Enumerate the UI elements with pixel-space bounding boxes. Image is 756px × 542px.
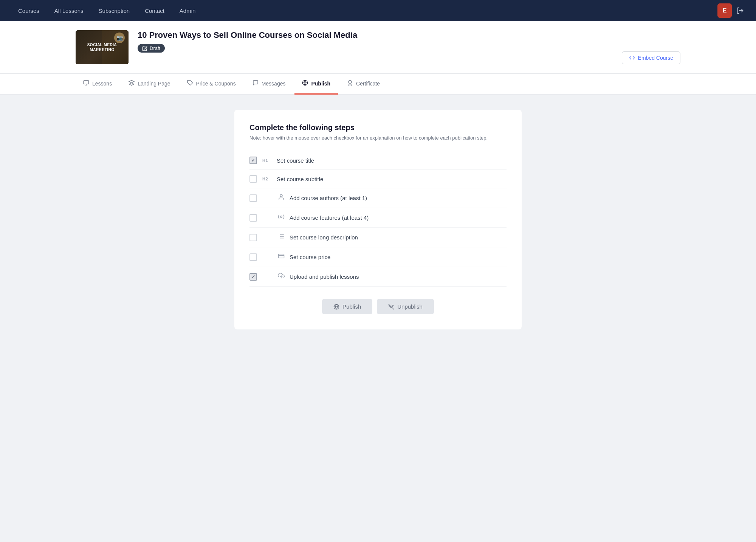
checkbox-upload[interactable]: [249, 273, 257, 281]
draft-label: Draft: [150, 45, 160, 51]
step-description-content: Set course long description: [262, 233, 507, 242]
step-price-content: Set course price: [262, 253, 507, 261]
svg-point-8: [280, 194, 282, 197]
unpublish-icon: [388, 304, 394, 310]
checkbox-description[interactable]: [249, 234, 257, 241]
nav-right: E: [717, 3, 744, 18]
tabs-bar: Lessons Landing Page Price & Coupons Mes…: [0, 74, 756, 95]
logout-button[interactable]: [736, 7, 744, 14]
svg-point-7: [349, 80, 352, 83]
step-subtitle: H2 Set course subtitle: [249, 170, 507, 188]
step-price-label: Set course price: [290, 254, 330, 260]
steps-note: Note: hover with the mouse over each che…: [249, 135, 507, 141]
publish-button[interactable]: Publish: [322, 299, 372, 314]
tab-messages[interactable]: Messages: [245, 74, 293, 95]
course-thumbnail: SOCIAL MEDIA MARKETING 📷: [76, 30, 129, 64]
person-icon: [277, 194, 286, 202]
unpublish-button[interactable]: Unpublish: [377, 299, 434, 314]
nav-courses[interactable]: Courses: [12, 5, 45, 17]
checkbox-features[interactable]: [249, 214, 257, 222]
pencil-icon: [142, 46, 147, 51]
publish-btn-label: Publish: [342, 303, 361, 310]
unpublish-btn-label: Unpublish: [397, 303, 423, 310]
step-authors: Add course authors (at least 1): [249, 188, 507, 208]
nav-all-lessons[interactable]: All Lessons: [48, 5, 90, 17]
steps-title: Complete the following steps: [249, 123, 507, 132]
step-subtitle-tag: H2: [262, 177, 273, 181]
step-authors-content: Add course authors (at least 1): [262, 194, 507, 202]
step-subtitle-label: Set course subtitle: [277, 176, 323, 182]
course-info: 10 Proven Ways to Sell Online Courses on…: [138, 30, 613, 53]
embed-label: Embed Course: [638, 55, 673, 61]
step-features-content: Add course features (at least 4): [262, 213, 507, 222]
step-price: Set course price: [249, 247, 507, 267]
tab-landing[interactable]: Landing Page: [121, 74, 178, 95]
step-upload: Upload and publish lessons: [249, 267, 507, 287]
main-content: Complete the following steps Note: hover…: [0, 95, 756, 542]
step-upload-content: Upload and publish lessons: [262, 272, 507, 281]
course-title: 10 Proven Ways to Sell Online Courses on…: [138, 30, 613, 40]
draft-badge: Draft: [138, 44, 165, 53]
code-icon: [629, 55, 635, 61]
checkbox-authors[interactable]: [249, 194, 257, 202]
publish-icon: [302, 80, 308, 87]
tab-messages-label: Messages: [262, 81, 286, 87]
thumbnail-text: SOCIAL MEDIA MARKETING: [79, 42, 125, 52]
lessons-icon: [83, 80, 89, 87]
features-icon: [277, 213, 286, 222]
step-title-content: H1 Set course title: [262, 157, 507, 164]
nav-contact[interactable]: Contact: [139, 5, 170, 17]
step-title: H1 Set course title: [249, 151, 507, 170]
step-title-label: Set course title: [277, 157, 314, 164]
tab-landing-label: Landing Page: [138, 81, 170, 87]
svg-rect-16: [279, 254, 284, 258]
step-description-label: Set course long description: [290, 234, 358, 241]
svg-point-9: [280, 216, 282, 218]
tab-publish-label: Publish: [311, 81, 330, 87]
step-subtitle-content: H2 Set course subtitle: [262, 176, 507, 182]
checkbox-price[interactable]: [249, 253, 257, 261]
certificate-icon: [347, 80, 353, 87]
embed-course-button[interactable]: Embed Course: [622, 51, 680, 64]
description-icon: [277, 233, 286, 242]
price-icon: [187, 80, 193, 87]
nav-links: Courses All Lessons Subscription Contact…: [12, 5, 717, 17]
tab-price-label: Price & Coupons: [196, 81, 236, 87]
course-header-right: Embed Course: [622, 30, 680, 64]
price-step-icon: [277, 253, 286, 261]
avatar-button[interactable]: E: [717, 3, 732, 18]
step-features: Add course features (at least 4): [249, 208, 507, 228]
buttons-row: Publish Unpublish: [249, 299, 507, 314]
upload-icon: [277, 272, 286, 281]
tab-lessons-label: Lessons: [92, 81, 112, 87]
nav-admin[interactable]: Admin: [174, 5, 202, 17]
landing-icon: [129, 80, 135, 87]
tab-publish[interactable]: Publish: [294, 74, 338, 95]
messages-icon: [253, 80, 259, 87]
step-features-label: Add course features (at least 4): [290, 214, 369, 221]
step-description: Set course long description: [249, 228, 507, 247]
course-header: SOCIAL MEDIA MARKETING 📷 10 Proven Ways …: [0, 21, 756, 74]
checkbox-title[interactable]: [249, 157, 257, 164]
step-upload-label: Upload and publish lessons: [290, 273, 359, 280]
tab-certificate-label: Certificate: [356, 81, 380, 87]
nav-subscription[interactable]: Subscription: [93, 5, 136, 17]
svg-rect-1: [84, 81, 88, 84]
steps-card: Complete the following steps Note: hover…: [234, 110, 522, 329]
navbar: Courses All Lessons Subscription Contact…: [0, 0, 756, 21]
tab-certificate[interactable]: Certificate: [339, 74, 387, 95]
publish-globe-icon: [333, 304, 339, 310]
tab-lessons[interactable]: Lessons: [76, 74, 119, 95]
checkbox-subtitle[interactable]: [249, 175, 257, 183]
step-authors-label: Add course authors (at least 1): [290, 195, 367, 201]
step-title-tag: H1: [262, 158, 273, 163]
tab-price[interactable]: Price & Coupons: [180, 74, 243, 95]
